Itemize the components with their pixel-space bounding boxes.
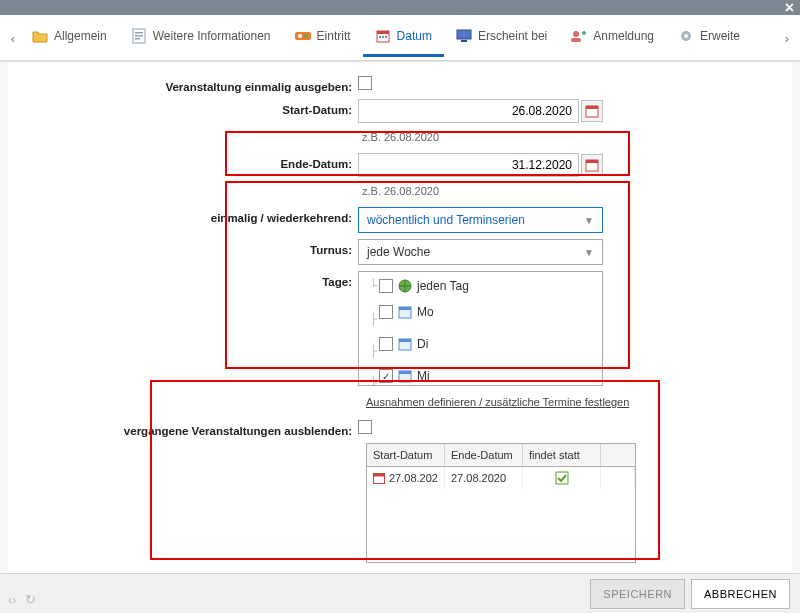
vergangene-checkbox[interactable] [358,420,372,434]
svg-rect-35 [556,472,568,484]
calendar-icon [585,158,599,172]
turnus-value: jede Woche [367,245,430,259]
tree-label: jeden Tag [417,279,469,293]
td-status [523,467,601,489]
day-icon [397,336,413,352]
tab-eintritt[interactable]: Eintritt [283,28,363,57]
svg-rect-8 [377,31,389,34]
cancel-button[interactable]: ABBRECHEN [691,579,790,609]
code-icon[interactable]: ‹› [8,592,17,607]
gear-icon [678,28,694,44]
day-icon [397,304,413,320]
tab-label: Datum [397,29,432,43]
svg-point-5 [298,34,302,38]
td-spacer [601,467,635,489]
tab-label: Allgemein [54,29,107,43]
calendar-icon [375,28,391,44]
tab-label: Weitere Informationen [153,29,271,43]
svg-rect-2 [135,35,143,37]
th-start[interactable]: Start-Datum [367,444,445,466]
tab-label: Erweite [700,29,740,43]
td-end: 27.08.2020 [445,467,523,489]
tree-item-alle[interactable]: └ jeden Tag [363,276,598,296]
svg-rect-24 [399,307,411,310]
svg-rect-10 [382,36,384,38]
th-end[interactable]: Ende-Datum [445,444,523,466]
tage-label: Tage: [8,271,358,288]
chevron-down-icon: ▼ [584,215,594,226]
display-icon [456,28,472,44]
svg-rect-12 [457,30,471,39]
checkbox-mi[interactable]: ✓ [379,369,393,383]
svg-rect-34 [374,474,385,477]
checkbox-mo[interactable] [379,305,393,319]
tree-item-mo[interactable]: ├ Mo [363,296,598,328]
globe-icon [397,278,413,294]
vergangene-label: vergangene Veranstaltungen ausblenden: [8,420,358,437]
turnus-label: Turnus: [8,239,358,256]
tab-weitere-info[interactable]: Weitere Informationen [119,28,283,57]
svg-rect-26 [399,339,411,342]
save-button[interactable]: SPEICHERN [590,579,685,609]
svg-rect-11 [385,36,387,38]
start-datum-picker-button[interactable] [581,100,603,122]
checkbox-di[interactable] [379,337,393,351]
tabs-scroll-right[interactable]: › [780,31,794,54]
tab-bar: ‹ Allgemein Weitere Informationen Eintri… [0,15,800,61]
svg-point-6 [304,34,308,38]
ende-datum-picker-button[interactable] [581,154,603,176]
day-icon [397,368,413,384]
wiederkehr-select[interactable]: wöchentlich und Terminserien ▼ [358,207,603,233]
start-datum-hint: z.B. 26.08.2020 [358,129,792,147]
calendar-icon [373,472,385,484]
tab-erweitert[interactable]: Erweite [666,28,752,57]
signup-icon [571,28,587,44]
svg-rect-4 [295,32,311,40]
tree-label: Di [417,337,428,351]
tab-erscheint-bei[interactable]: Erscheint bei [444,28,559,57]
wiederkehr-label: einmalig / wiederkehrend: [8,207,358,224]
start-datum-input[interactable] [358,99,579,123]
tree-item-di[interactable]: ├ Di [363,328,598,360]
tabs-scroll-left[interactable]: ‹ [6,31,20,54]
svg-point-14 [573,31,579,37]
tage-tree[interactable]: └ jeden Tag ├ Mo ├ Di [358,271,603,386]
ticket-icon [295,28,311,44]
svg-point-17 [684,34,688,38]
th-status[interactable]: findet statt [523,444,601,466]
tab-datum[interactable]: Datum [363,28,444,57]
table-row[interactable]: 27.08.202 27.08.2020 [367,467,635,489]
ende-datum-label: Ende-Datum: [8,153,358,170]
tab-anmeldung[interactable]: Anmeldung [559,28,666,57]
checkbox-alle[interactable] [379,279,393,293]
tree-label: Mo [417,305,434,319]
tree-item-mi[interactable]: ├ ✓ Mi [363,360,598,386]
svg-rect-15 [571,38,581,42]
svg-rect-1 [135,32,143,34]
termine-table: Start-Datum Ende-Datum findet statt 27.0… [366,443,636,563]
chevron-down-icon: ▼ [584,247,594,258]
wiederkehr-value: wöchentlich und Terminserien [367,213,525,227]
start-datum-label: Start-Datum: [8,99,358,116]
refresh-icon[interactable]: ↻ [25,592,36,607]
calendar-icon [585,104,599,118]
td-start: 27.08.202 [367,467,445,489]
svg-rect-19 [586,106,598,109]
ende-datum-input[interactable] [358,153,579,177]
folder-icon [32,28,48,44]
ende-datum-hint: z.B. 26.08.2020 [358,183,792,201]
svg-rect-21 [586,160,598,163]
einmalig-ausgeben-checkbox[interactable] [358,76,372,90]
svg-rect-13 [461,40,467,42]
tab-allgemein[interactable]: Allgemein [20,28,119,57]
tree-label: Mi [417,369,430,383]
th-spacer [601,444,635,466]
tab-label: Erscheint bei [478,29,547,43]
tab-label: Eintritt [317,29,351,43]
einmalig-ausgeben-label: Veranstaltung einmalig ausgeben: [8,76,358,93]
svg-rect-9 [379,36,381,38]
turnus-select[interactable]: jede Woche ▼ [358,239,603,265]
ausnahmen-link[interactable]: Ausnahmen definieren / zusätzliche Termi… [366,392,629,414]
svg-rect-28 [399,371,411,374]
tab-label: Anmeldung [593,29,654,43]
